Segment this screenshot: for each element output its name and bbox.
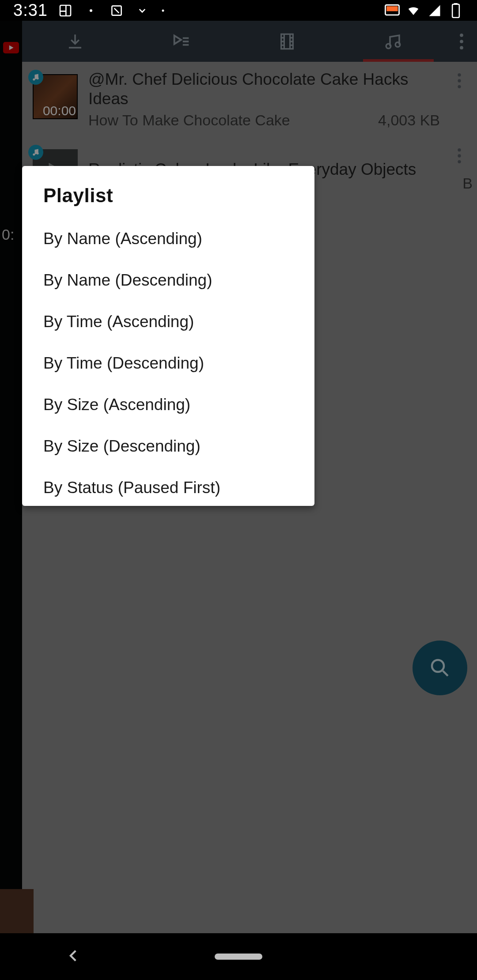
dialog-title: Playlist xyxy=(22,166,314,215)
dialog-options: By Name (Ascending) By Name (Descending)… xyxy=(22,215,314,516)
tiny-dot-icon xyxy=(160,3,166,19)
sort-option-name-asc[interactable]: By Name (Ascending) xyxy=(22,218,314,260)
status-left: 3:31 xyxy=(13,1,166,20)
battery-charging-icon xyxy=(448,3,464,19)
svg-point-1 xyxy=(90,9,92,12)
sort-option-status[interactable]: By Status (Paused First) xyxy=(22,467,314,509)
svg-rect-5 xyxy=(386,6,398,11)
sort-option-size-desc[interactable]: By Size (Descending) xyxy=(22,426,314,467)
playlist-sort-dialog: Playlist By Name (Ascending) By Name (De… xyxy=(22,166,314,506)
svg-rect-7 xyxy=(454,3,458,5)
phone-frame: 3:31 xyxy=(0,0,477,980)
svg-point-3 xyxy=(162,9,164,11)
sort-option-name-desc[interactable]: By Name (Descending) xyxy=(22,260,314,301)
back-button[interactable] xyxy=(66,948,81,965)
home-pill[interactable] xyxy=(215,954,262,960)
download-arrow-icon xyxy=(134,3,150,19)
status-bar: 3:31 xyxy=(0,0,477,21)
status-right xyxy=(384,3,464,19)
cell-signal-icon xyxy=(427,3,443,19)
sort-option-time-desc[interactable]: By Time (Descending) xyxy=(22,343,314,384)
crop-icon xyxy=(109,3,125,19)
wifi-icon xyxy=(405,3,421,19)
sort-option-time-asc[interactable]: By Time (Ascending) xyxy=(22,301,314,343)
cast-icon xyxy=(384,3,400,19)
status-time: 3:31 xyxy=(13,1,48,20)
news-icon xyxy=(57,3,73,19)
sort-option-size-asc[interactable]: By Size (Ascending) xyxy=(22,384,314,426)
small-dot-icon xyxy=(83,3,99,19)
navigation-bar xyxy=(0,933,477,980)
